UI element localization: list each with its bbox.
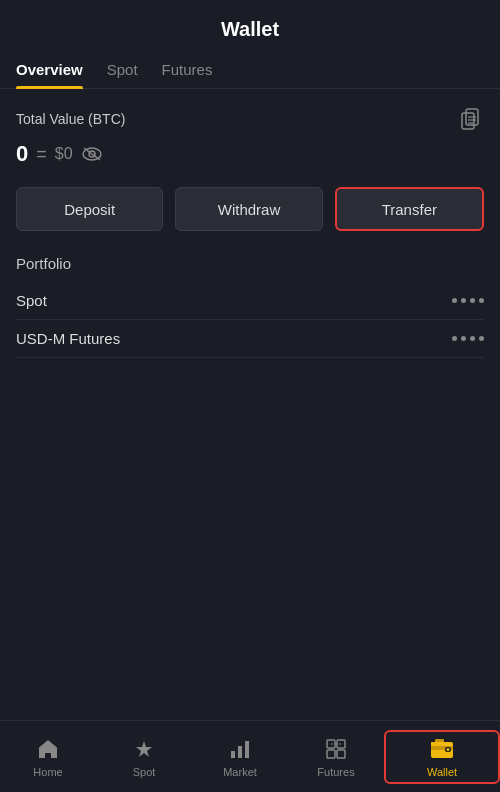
wallet-icon [429, 736, 455, 762]
nav-wallet[interactable]: Wallet [384, 730, 500, 784]
total-value-label: Total Value (BTC) [16, 111, 125, 127]
market-icon [227, 736, 253, 762]
nav-futures[interactable]: Futures [288, 728, 384, 786]
portfolio-item-spot-label: Spot [16, 292, 47, 309]
transfer-button[interactable]: Transfer [335, 187, 484, 231]
nav-spot-label: Spot [133, 766, 156, 778]
nav-home-label: Home [33, 766, 62, 778]
balance-row: 0 = $0 [16, 141, 484, 167]
withdraw-button[interactable]: Withdraw [175, 187, 322, 231]
clipboard-icon[interactable] [456, 105, 484, 133]
total-value-row: Total Value (BTC) [16, 105, 484, 133]
header: Wallet [0, 0, 500, 51]
balance-usd: $0 [55, 145, 73, 163]
tab-bar: Overview Spot Futures [0, 51, 500, 89]
svg-rect-9 [238, 746, 242, 758]
balance-separator: = [36, 144, 47, 165]
tab-spot[interactable]: Spot [107, 61, 138, 88]
futures-icon [323, 736, 349, 762]
portfolio-section: Portfolio Spot USD-M Futures [16, 255, 484, 358]
portfolio-item-futures-label: USD-M Futures [16, 330, 120, 347]
hide-balance-icon[interactable] [81, 146, 103, 162]
svg-rect-20 [431, 742, 445, 746]
svg-rect-13 [327, 750, 335, 758]
portfolio-item-futures[interactable]: USD-M Futures [16, 320, 484, 358]
tab-futures[interactable]: Futures [162, 61, 213, 88]
svg-rect-14 [337, 750, 345, 758]
deposit-button[interactable]: Deposit [16, 187, 163, 231]
futures-more-dots[interactable] [452, 336, 484, 341]
svg-rect-1 [462, 113, 474, 129]
nav-market[interactable]: Market [192, 728, 288, 786]
portfolio-label: Portfolio [16, 255, 484, 272]
main-content: Total Value (BTC) 0 = $0 Deposit Withdra… [0, 89, 500, 720]
nav-market-label: Market [223, 766, 257, 778]
balance-btc: 0 [16, 141, 28, 167]
nav-futures-label: Futures [317, 766, 354, 778]
nav-wallet-label: Wallet [427, 766, 457, 778]
nav-home[interactable]: Home [0, 728, 96, 786]
spot-more-dots[interactable] [452, 298, 484, 303]
nav-spot[interactable]: Spot [96, 728, 192, 786]
tab-overview[interactable]: Overview [16, 61, 83, 88]
bottom-nav: Home Spot Market [0, 720, 500, 792]
svg-point-19 [447, 748, 450, 751]
svg-rect-8 [231, 751, 235, 758]
page-title: Wallet [16, 18, 484, 41]
portfolio-item-spot[interactable]: Spot [16, 282, 484, 320]
svg-rect-10 [245, 741, 249, 758]
action-buttons: Deposit Withdraw Transfer [16, 187, 484, 231]
spot-icon [131, 736, 157, 762]
home-icon [35, 736, 61, 762]
